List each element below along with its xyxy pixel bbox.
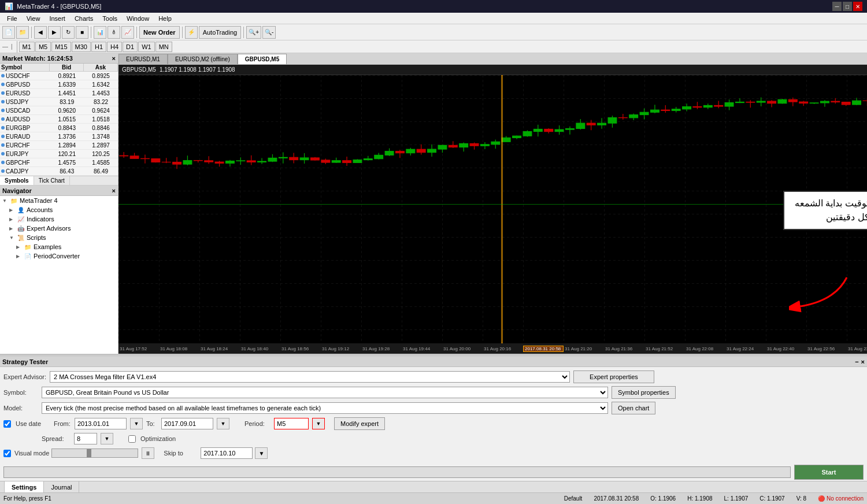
market-watch-row[interactable]: EURAUD 1.3736 1.3748 — [0, 132, 118, 141]
market-watch-row[interactable]: USDCHF 0.8921 0.8925 — [0, 72, 118, 80]
chart-tab-gbpusd-m5[interactable]: GBPUSD,M5 — [238, 54, 287, 64]
mw-symbol: EURJPY — [0, 151, 50, 157]
svg-rect-71 — [470, 143, 479, 146]
market-watch-row[interactable]: AUDUSD 1.0515 1.0518 — [0, 115, 118, 124]
nav-tree-item-periodconverter[interactable]: ▶ 📄 PeriodConverter — [0, 251, 118, 261]
to-date-input[interactable] — [161, 418, 213, 429]
chart-tab-eurusd-m1[interactable]: EURUSD,M1 — [118, 54, 168, 64]
chart-line-button[interactable]: 📈 — [121, 26, 134, 39]
menu-insert[interactable]: Insert — [45, 15, 70, 22]
period-input[interactable] — [274, 418, 309, 429]
navigator-close[interactable]: × — [112, 187, 116, 194]
open-chart-button[interactable]: Open chart — [612, 402, 655, 414]
expert-properties-button[interactable]: Expert properties — [573, 370, 654, 383]
tab-journal[interactable]: Journal — [44, 481, 79, 492]
market-watch-row[interactable]: GBPUSD 1.6339 1.6342 — [0, 80, 118, 89]
skip-to-picker[interactable]: ▼ — [255, 447, 268, 459]
period-btn-h1[interactable]: H1 — [91, 42, 106, 52]
from-date-input[interactable] — [75, 418, 127, 429]
refresh-button[interactable]: ↻ — [62, 26, 75, 39]
period-btn-d1[interactable]: D1 — [123, 42, 138, 52]
panel-close-icon[interactable]: × — [861, 358, 865, 365]
menu-help[interactable]: Help — [154, 15, 176, 22]
menu-tools[interactable]: Tools — [98, 15, 122, 22]
tab-tick-chart[interactable]: Tick Chart — [34, 176, 70, 185]
period-btn-m1[interactable]: M1 — [19, 42, 35, 52]
open-button[interactable]: 📁 — [16, 26, 29, 39]
close-button[interactable]: ✕ — [853, 2, 862, 11]
nav-tree-item-accounts[interactable]: ▶ 👤 Accounts — [0, 205, 118, 214]
market-watch-close[interactable]: × — [112, 55, 116, 62]
menu-window[interactable]: Window — [122, 15, 154, 22]
chart-bar-button[interactable]: 📊 — [94, 26, 106, 39]
new-order-button[interactable]: New Order — [139, 26, 180, 39]
speed-slider[interactable] — [51, 449, 138, 458]
period-btn-m5[interactable]: M5 — [35, 42, 51, 52]
market-watch-row[interactable]: GBPCHF 1.4575 1.4585 — [0, 158, 118, 167]
autotrading-button[interactable]: AutoTrading — [199, 26, 242, 39]
period-btn-h4[interactable]: H4 — [107, 42, 122, 52]
period-btn-w1[interactable]: W1 — [138, 42, 155, 52]
spread-picker[interactable]: ▼ — [101, 433, 113, 444]
pause-button[interactable]: ⏸ — [142, 447, 154, 459]
market-watch-row[interactable]: USDCAD 0.9620 0.9624 — [0, 106, 118, 115]
svg-rect-73 — [481, 144, 490, 146]
market-watch-row[interactable]: EURCHF 1.2894 1.2897 — [0, 141, 118, 150]
tree-label: Accounts — [27, 206, 53, 213]
stop-button[interactable]: ■ — [76, 26, 88, 39]
market-watch-row[interactable]: EURGBP 0.8843 0.8846 — [0, 124, 118, 132]
selected-candle-highlight — [501, 75, 503, 343]
symbol-properties-button[interactable]: Symbol properties — [612, 386, 676, 399]
svg-rect-79 — [513, 136, 521, 138]
chart-candle-button[interactable]: 🕯 — [108, 26, 120, 39]
nav-tree-item-metatrader-4[interactable]: ▼ 📁 MetaTrader 4 — [0, 196, 118, 205]
nav-tree-item-expert-advisors[interactable]: ▶ 🤖 Expert Advisors — [0, 224, 118, 233]
zoom-out-button[interactable]: 🔍- — [262, 26, 276, 39]
nav-tree-item-scripts[interactable]: ▼ 📜 Scripts — [0, 233, 118, 242]
period-btn-mn[interactable]: MN — [155, 42, 172, 52]
restore-button[interactable]: □ — [843, 2, 852, 11]
progress-bar-container — [3, 466, 791, 478]
autotrading-icon[interactable]: ⚡ — [185, 26, 198, 39]
skip-to-input[interactable] — [201, 447, 253, 459]
menu-file[interactable]: File — [2, 15, 22, 22]
period-btn-m30[interactable]: M30 — [72, 42, 91, 52]
menu-view[interactable]: View — [22, 15, 45, 22]
mw-symbol: USDCAD — [0, 108, 50, 114]
market-watch-row[interactable]: EURUSD 1.4451 1.4453 — [0, 89, 118, 98]
panel-toggle[interactable] — [0, 481, 5, 492]
zoom-in-button[interactable]: 🔍+ — [246, 26, 261, 39]
use-date-checkbox[interactable] — [3, 420, 11, 428]
optimization-checkbox[interactable] — [128, 435, 136, 443]
market-watch-row[interactable]: USDJPY 83.19 83.22 — [0, 98, 118, 106]
tab-settings[interactable]: Settings — [5, 481, 44, 492]
forward-button[interactable]: ▶ — [48, 26, 61, 39]
from-date-picker[interactable]: ▼ — [130, 418, 143, 429]
panel-minimize-icon[interactable]: − — [855, 358, 858, 365]
modify-expert-button[interactable]: Modify expert — [334, 417, 385, 430]
visual-mode-checkbox[interactable] — [3, 450, 11, 457]
market-watch-row[interactable]: EURJPY 120.21 120.25 — [0, 150, 118, 158]
minimize-button[interactable]: ─ — [832, 2, 842, 11]
svg-rect-63 — [428, 149, 436, 153]
spread-input[interactable] — [74, 433, 97, 444]
new-button[interactable]: 📄 — [2, 26, 15, 39]
symbol-selector[interactable]: GBPUSD, Great Britain Pound vs US Dollar — [42, 387, 608, 398]
ea-selector[interactable]: 2 MA Crosses Mega filter EA V1.ex4 — [50, 371, 570, 383]
to-date-picker[interactable]: ▼ — [217, 418, 229, 429]
tab-symbols[interactable]: Symbols — [0, 176, 34, 185]
chart-tab-eurusd-m2[interactable]: EURUSD,M2 (offline) — [168, 54, 238, 64]
model-selector[interactable]: Every tick (the most precise method base… — [42, 402, 608, 414]
menu-charts[interactable]: Charts — [70, 15, 98, 22]
market-watch-row[interactable]: CADJPY 86.43 86.49 — [0, 167, 118, 176]
period-bar: — | M1M5M15M30H1H4D1W1MN — [0, 40, 867, 53]
nav-tree-item-indicators[interactable]: ▶ 📈 Indicators — [0, 214, 118, 224]
back-button[interactable]: ◀ — [34, 26, 47, 39]
chart-canvas[interactable]: لاحظ توقيت بداية الشمعه اصبح كل دقيقتين — [118, 75, 867, 343]
period-picker[interactable]: ▼ — [312, 418, 325, 429]
nav-tree-item-examples[interactable]: ▶ 📁 Examples — [0, 242, 118, 251]
period-btn-m15[interactable]: M15 — [51, 42, 71, 52]
mw-symbol: EURAUD — [0, 134, 50, 140]
start-button[interactable]: Start — [794, 465, 864, 480]
svg-rect-53 — [375, 155, 383, 158]
